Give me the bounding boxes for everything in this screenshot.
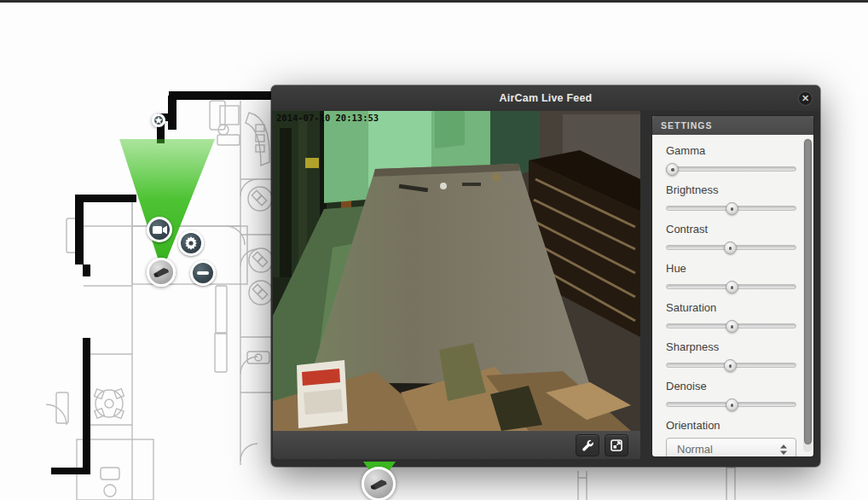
video-feed: 2014-07-10 20:13:53 — [273, 111, 640, 431]
slider-label: Hue — [666, 262, 796, 275]
slider-label: Denoise — [666, 380, 796, 392]
settings-scrollbar[interactable] — [804, 139, 812, 445]
dialog-titlebar[interactable]: AirCam Live Feed ✕ — [271, 85, 820, 111]
app-stage: AirCam Live Feed ✕ — [0, 0, 868, 500]
slider-label: Contrast — [666, 223, 796, 235]
denoise-slider[interactable] — [666, 398, 796, 411]
slider-label: Gamma — [666, 144, 796, 157]
slider-thumb[interactable] — [726, 320, 738, 333]
gamma-slider[interactable] — [666, 163, 796, 176]
star-icon — [154, 116, 163, 125]
contrast-slider[interactable] — [666, 241, 796, 254]
camera-settings-button[interactable] — [576, 434, 599, 456]
slider-track[interactable] — [666, 166, 796, 172]
live-feed-dialog: AirCam Live Feed ✕ — [271, 85, 820, 467]
live-feed-button[interactable] — [147, 217, 172, 242]
contrast-control: Contrast — [666, 223, 796, 254]
settings-button[interactable] — [178, 230, 204, 256]
camera-fov-cone — [113, 132, 223, 277]
orientation-value: Normal — [677, 443, 780, 456]
slider-thumb[interactable] — [726, 202, 738, 215]
orientation-label: Orientation — [666, 419, 796, 432]
plan-round-table — [95, 389, 124, 419]
settings-panel: SETTINGS Gamma Brightness — [652, 116, 813, 500]
slider-label: Sharpness — [666, 340, 796, 353]
saturation-control: Saturation — [666, 301, 796, 333]
slider-thumb[interactable] — [666, 163, 679, 176]
camcorder-icon — [153, 225, 167, 235]
brightness-control: Brightness — [666, 183, 796, 215]
settings-header: SETTINGS — [652, 116, 813, 135]
hue-control: Hue — [666, 262, 796, 294]
slider-label: Brightness — [666, 183, 796, 196]
bottom-camera-marker[interactable] — [362, 467, 396, 500]
video-scene — [273, 111, 640, 431]
camera-icon — [369, 478, 388, 491]
saturation-slider[interactable] — [666, 320, 796, 333]
video-toolbar — [273, 431, 640, 459]
updown-arrows-icon — [780, 445, 787, 455]
slider-thumb[interactable] — [726, 281, 738, 294]
denoise-control: Denoise — [666, 380, 796, 411]
star-marker[interactable] — [152, 113, 165, 127]
hue-slider[interactable] — [666, 281, 796, 294]
wrench-icon — [582, 439, 593, 451]
gamma-control: Gamma — [666, 144, 796, 176]
slider-label: Saturation — [666, 301, 796, 314]
dialog-title: AirCam Live Feed — [500, 92, 593, 104]
gear-icon — [184, 236, 198, 250]
orientation-select[interactable]: Normal — [666, 438, 796, 456]
expand-icon — [610, 439, 622, 451]
brightness-slider[interactable] — [666, 202, 796, 215]
slider-thumb[interactable] — [724, 241, 737, 254]
expand-button[interactable] — [605, 434, 628, 456]
close-icon[interactable]: ✕ — [798, 91, 813, 106]
sharpness-control: Sharpness — [666, 340, 796, 372]
sharpness-slider[interactable] — [666, 359, 796, 372]
slider-thumb[interactable] — [724, 359, 737, 372]
remove-button[interactable] — [190, 260, 216, 286]
camera-marker[interactable] — [147, 258, 176, 287]
plan-table-icon — [248, 187, 273, 305]
slider-thumb[interactable] — [726, 398, 738, 411]
camera-icon — [153, 266, 170, 278]
minus-icon — [197, 271, 209, 275]
video-timestamp: 2014-07-10 20:13:53 — [276, 113, 379, 123]
